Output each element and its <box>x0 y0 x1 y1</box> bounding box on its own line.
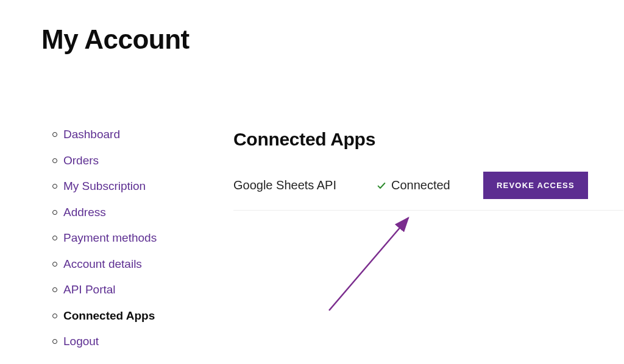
app-name: Google Sheets API <box>233 178 377 192</box>
check-icon <box>377 181 386 191</box>
sidebar-item-account-details[interactable]: Account details <box>63 257 142 270</box>
connected-app-row: Google Sheets API Connected REVOKE ACCES… <box>233 172 623 211</box>
main-content: Connected Apps Google Sheets API Connect… <box>212 122 624 211</box>
status-text: Connected <box>391 178 450 192</box>
sidebar-item-dashboard[interactable]: Dashboard <box>63 128 120 141</box>
section-title: Connected Apps <box>233 129 624 150</box>
sidebar-item-address[interactable]: Address <box>63 206 106 219</box>
account-sidebar: Dashboard Orders My Subscription Address… <box>41 122 212 355</box>
sidebar-item-my-subscription[interactable]: My Subscription <box>63 180 146 192</box>
sidebar-nav-list: Dashboard Orders My Subscription Address… <box>41 122 212 355</box>
sidebar-item-orders[interactable]: Orders <box>63 154 99 167</box>
sidebar-item-api-portal[interactable]: API Portal <box>63 283 116 296</box>
sidebar-item-connected-apps[interactable]: Connected Apps <box>63 309 155 322</box>
page-title: My Account <box>41 24 624 55</box>
sidebar-item-logout[interactable]: Logout <box>63 335 99 348</box>
revoke-access-button[interactable]: REVOKE ACCESS <box>483 172 588 199</box>
sidebar-item-payment-methods[interactable]: Payment methods <box>63 231 157 244</box>
connection-status: Connected <box>377 178 483 192</box>
